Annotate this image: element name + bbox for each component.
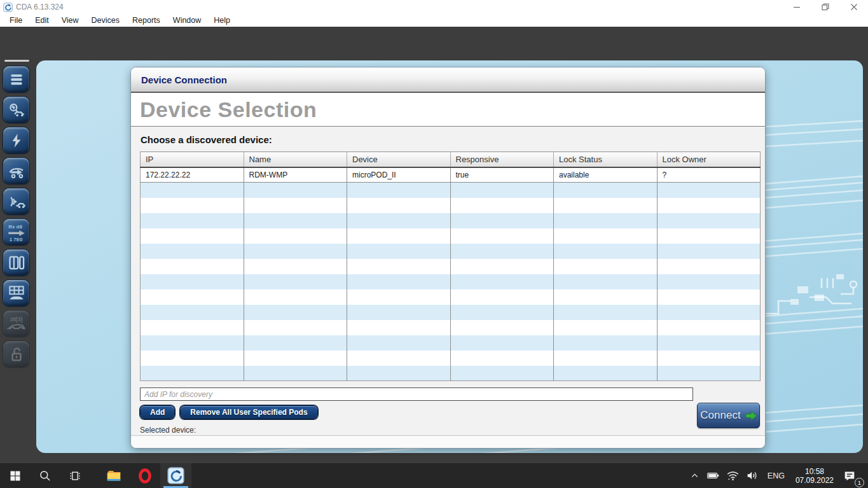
empty-cell [450,259,554,274]
table-row-empty [141,305,761,320]
cda-app-icon [167,467,184,484]
column-header-device[interactable]: Device [347,152,451,167]
flash-icon[interactable] [3,127,29,153]
empty-cell [244,244,347,259]
column-header-lock-owner[interactable]: Lock Owner [657,152,761,167]
empty-cell [244,274,347,289]
add-button[interactable]: Add [140,405,175,419]
taskbar: ENG 10:58 07.09.2022 1 [0,463,868,488]
language-indicator[interactable]: ENG [762,463,790,488]
vehicle-drive-icon[interactable] [3,158,29,184]
panels-icon[interactable] [3,249,29,275]
close-button[interactable] [839,0,868,14]
opera-icon [137,468,153,484]
battery-icon [706,469,720,482]
file-explorer-icon [106,468,122,484]
clock[interactable]: 10:58 07.09.2022 [790,467,839,485]
empty-cell [554,351,658,366]
empty-cell [141,259,244,274]
empty-cell [657,259,761,274]
task-view-button[interactable] [60,463,90,488]
cell-responsive[interactable]: true [450,167,554,183]
battery-button[interactable] [703,463,723,488]
empty-cell [554,335,658,351]
menu-file[interactable]: File [3,14,29,27]
vehicle-count-icon[interactable]: 28[3] [3,310,29,337]
clock-time: 10:58 [796,467,834,476]
cell-name[interactable]: RDM-WMP [244,167,347,183]
empty-cell [244,305,347,320]
start-button[interactable] [0,463,30,488]
empty-cell [244,259,347,274]
opera-button[interactable] [129,463,160,488]
empty-cell [141,366,244,381]
empty-cell [554,213,658,228]
menu-bar: File Edit View Devices Reports Window He… [0,14,868,27]
file-explorer-button[interactable] [98,463,129,488]
menu-devices[interactable]: Devices [85,14,126,27]
action-center-button[interactable]: 1 [839,463,863,488]
empty-cell [554,274,658,289]
clock-date: 07.09.2022 [796,476,834,485]
menu-help[interactable]: Help [207,14,237,27]
unlock-icon[interactable] [3,341,29,367]
remove-all-pods-button[interactable]: Remove All User Specified Pods [180,405,317,419]
network-button[interactable] [723,463,743,488]
vehicle-scan-icon[interactable] [3,97,29,123]
volume-button[interactable] [743,463,762,488]
empty-cell [554,244,658,259]
empty-cell [347,183,451,198]
minimize-button[interactable] [782,0,811,14]
empty-cell [347,228,451,244]
menu-view[interactable]: View [55,14,85,27]
cda-logo-icon [3,3,13,12]
empty-cell [657,228,761,244]
device-connection-dialog: Device Connection Device Selection Choos… [130,67,766,449]
empty-cell [554,198,658,213]
menu-edit[interactable]: Edit [29,14,55,27]
connect-button[interactable]: Connect [697,403,760,428]
empty-cell [141,244,244,259]
empty-cell [141,213,244,228]
menu-icon[interactable] [3,66,29,92]
column-header-name[interactable]: Name [244,152,347,167]
empty-cell [657,289,761,305]
cell-lock-owner[interactable]: ? [657,167,761,183]
empty-cell [347,351,451,366]
restore-button[interactable] [811,0,839,14]
cda-app-button[interactable] [160,463,191,488]
empty-cell [554,366,658,381]
empty-cell [244,335,347,351]
table-row-empty [141,320,761,335]
system-tray: ENG 10:58 07.09.2022 1 [686,463,868,488]
data-grid-vehicle-icon[interactable] [3,280,29,306]
empty-cell [657,335,761,351]
choose-device-label: Choose a discovered device: [141,134,756,145]
add-ip-input[interactable] [140,387,693,401]
column-header-ip[interactable]: IP [141,152,244,167]
empty-cell [657,274,761,289]
cell-lock-status[interactable]: available [554,167,658,183]
empty-cell [141,351,244,366]
search-button[interactable] [30,463,60,488]
window-controls [782,0,868,14]
empty-cell [450,335,554,351]
cell-ip[interactable]: 172.22.22.22 [141,167,244,183]
empty-cell [244,228,347,244]
menu-window[interactable]: Window [167,14,207,27]
empty-cell [141,305,244,320]
vehicle-wireless-icon[interactable] [3,188,29,214]
empty-cell [657,183,761,198]
menu-reports[interactable]: Reports [126,14,167,27]
notification-badge: 1 [855,478,864,487]
column-header-responsive[interactable]: Responsive [450,152,554,167]
can-message-icon[interactable]: Rx d8 1 7E0 [3,219,29,245]
column-header-lock-status[interactable]: Lock Status [554,152,658,167]
empty-cell [554,259,658,274]
dialog-footer [131,435,765,448]
chevron-up-icon [689,470,700,481]
tray-expand-button[interactable] [686,463,703,488]
table-row-device[interactable]: 172.22.22.22 RDM-WMP microPOD_II true av… [141,167,761,183]
cell-device[interactable]: microPOD_II [347,167,451,183]
empty-cell [347,274,451,289]
